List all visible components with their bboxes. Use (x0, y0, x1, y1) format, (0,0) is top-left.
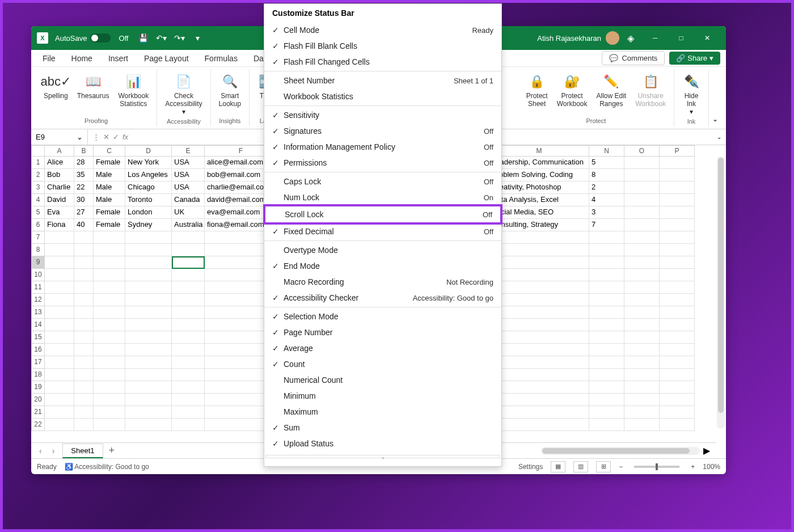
row-header-15[interactable]: 15 (31, 331, 45, 344)
cell-B10[interactable] (74, 269, 94, 281)
cell-O20[interactable] (624, 394, 660, 406)
workbook-stats-button[interactable]: 📊Workbook Statistics (115, 71, 152, 109)
cell-O18[interactable] (624, 369, 660, 381)
cell-N16[interactable] (589, 344, 624, 356)
row-header-11[interactable]: 11 (31, 281, 45, 294)
cell-C5[interactable]: Female (94, 206, 125, 219)
share-button[interactable]: 🔗 Share ▾ (669, 52, 720, 65)
cell-M4[interactable]: Data Analysis, Excel (489, 194, 589, 206)
row-header-22[interactable]: 22 (31, 419, 45, 431)
statusbar-option-page-number[interactable]: ✓Page Number (264, 324, 501, 340)
cell-A22[interactable] (45, 419, 74, 431)
column-header-E[interactable]: E (172, 145, 205, 157)
cell-O13[interactable] (624, 306, 660, 319)
cell-O16[interactable] (624, 344, 660, 356)
cell-N20[interactable] (589, 394, 624, 406)
cell-A10[interactable] (45, 269, 74, 281)
cell-M2[interactable]: Problem Solving, Coding (489, 169, 589, 181)
cell-A11[interactable] (45, 281, 74, 294)
cell-O5[interactable] (624, 206, 660, 219)
display-settings[interactable]: Settings (518, 463, 543, 471)
minimize-button[interactable]: ─ (642, 26, 668, 50)
cell-B2[interactable]: 35 (74, 169, 94, 181)
cell-B21[interactable] (74, 406, 94, 419)
cell-A21[interactable] (45, 406, 74, 419)
statusbar-option-count[interactable]: ✓Count (264, 356, 501, 372)
statusbar-option-fixed-decimal[interactable]: ✓Fixed DecimalOff (264, 223, 501, 239)
menu-home[interactable]: Home (66, 52, 98, 65)
cell-P6[interactable] (660, 219, 695, 231)
cell-N10[interactable] (589, 269, 624, 281)
cell-P18[interactable] (660, 369, 695, 381)
statusbar-option-macro-recording[interactable]: Macro RecordingNot Recording (264, 274, 501, 290)
cell-M7[interactable] (489, 231, 589, 244)
cell-D8[interactable] (125, 244, 172, 256)
column-header-P[interactable]: P (660, 145, 695, 157)
row-header-2[interactable]: 2 (31, 169, 45, 181)
cell-M1[interactable]: Leadership, Communication (489, 157, 589, 169)
cell-C10[interactable] (94, 269, 125, 281)
formula-expand-icon[interactable]: ⌄ (712, 134, 726, 140)
cell-N19[interactable] (589, 381, 624, 394)
cell-D10[interactable] (125, 269, 172, 281)
cell-B1[interactable]: 28 (74, 157, 94, 169)
row-header-14[interactable]: 14 (31, 319, 45, 331)
statusbar-option-end-mode[interactable]: ✓End Mode (264, 258, 501, 274)
cell-O11[interactable] (624, 281, 660, 294)
cell-E15[interactable] (172, 331, 205, 344)
cell-P20[interactable] (660, 394, 695, 406)
cell-M3[interactable]: Creativity, Photoshop (489, 181, 589, 194)
cell-B3[interactable]: 22 (74, 181, 94, 194)
fx-icon[interactable]: fx (123, 133, 128, 141)
cell-P19[interactable] (660, 381, 695, 394)
cell-O21[interactable] (624, 406, 660, 419)
cell-O6[interactable] (624, 219, 660, 231)
enter-formula-icon[interactable]: ✓ (113, 133, 119, 141)
column-header-O[interactable]: O (624, 145, 660, 157)
cell-D15[interactable] (125, 331, 172, 344)
scroll-right-icon[interactable]: ▶ (703, 445, 710, 456)
protect-sheet-button[interactable]: 🔒Protect Sheet (523, 71, 551, 109)
cell-C21[interactable] (94, 406, 125, 419)
statusbar-option-workbook-statistics[interactable]: Workbook Statistics (264, 88, 501, 104)
row-header-13[interactable]: 13 (31, 306, 45, 319)
horizontal-scrollbar[interactable] (541, 447, 700, 455)
undo-icon[interactable]: ↶▾ (153, 30, 169, 46)
statusbar-option-flash-fill-blank-cells[interactable]: ✓Flash Fill Blank Cells (264, 38, 501, 54)
column-header-D[interactable]: D (125, 145, 172, 157)
cell-E10[interactable] (172, 269, 205, 281)
spelling-button[interactable]: abc✓Spelling (40, 71, 71, 101)
cell-N8[interactable] (589, 244, 624, 256)
cell-E6[interactable]: Australia (172, 219, 205, 231)
cell-N15[interactable] (589, 331, 624, 344)
menu-page-layout[interactable]: Page Layout (138, 52, 195, 65)
cell-B5[interactable]: 27 (74, 206, 94, 219)
row-header-10[interactable]: 10 (31, 269, 45, 281)
cell-E5[interactable]: UK (172, 206, 205, 219)
row-header-20[interactable]: 20 (31, 394, 45, 406)
cell-D2[interactable]: Los Angeles (125, 169, 172, 181)
cell-N3[interactable]: 2 (589, 181, 624, 194)
cell-D19[interactable] (125, 381, 172, 394)
cell-A12[interactable] (45, 294, 74, 306)
cell-E14[interactable] (172, 319, 205, 331)
cell-M6[interactable]: Consulting, Strategy (489, 219, 589, 231)
cell-M18[interactable] (489, 369, 589, 381)
statusbar-option-accessibility-checker[interactable]: ✓Accessibility CheckerAccessibility: Goo… (264, 290, 501, 306)
statusbar-option-sensitivity[interactable]: ✓Sensitivity (264, 107, 501, 123)
cell-A19[interactable] (45, 381, 74, 394)
cell-M15[interactable] (489, 331, 589, 344)
view-page-break-icon[interactable]: ⊞ (596, 461, 611, 472)
cell-A4[interactable]: David (45, 194, 74, 206)
cell-A16[interactable] (45, 344, 74, 356)
statusbar-option-sum[interactable]: ✓Sum (264, 420, 501, 436)
cell-D13[interactable] (125, 306, 172, 319)
cell-C4[interactable]: Male (94, 194, 125, 206)
cell-C15[interactable] (94, 331, 125, 344)
sheet-nav-prev[interactable]: ‹ (37, 446, 44, 455)
cell-B4[interactable]: 30 (74, 194, 94, 206)
cell-E8[interactable] (172, 244, 205, 256)
statusbar-option-scroll-lock[interactable]: Scroll LockOff (263, 204, 502, 225)
cell-P3[interactable] (660, 181, 695, 194)
cell-M13[interactable] (489, 306, 589, 319)
